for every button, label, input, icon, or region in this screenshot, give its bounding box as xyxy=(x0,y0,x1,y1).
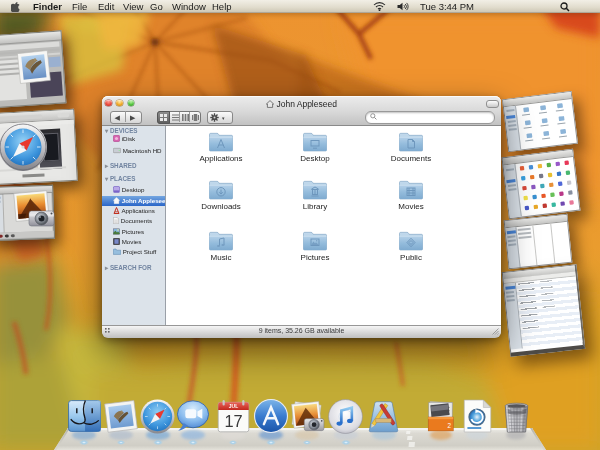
svg-text:Downloads: Downloads xyxy=(201,202,241,211)
svg-text:Music: Music xyxy=(211,253,232,262)
svg-text:Documents: Documents xyxy=(391,154,431,163)
svg-text:Applications: Applications xyxy=(199,154,242,163)
svg-text:2: 2 xyxy=(447,422,451,429)
svg-text:JUL: JUL xyxy=(229,404,238,409)
svg-text:Pictures: Pictures xyxy=(301,253,330,262)
svg-text:Library: Library xyxy=(303,202,327,211)
svg-text:17: 17 xyxy=(224,412,242,430)
svg-text:Movies: Movies xyxy=(398,202,423,211)
svg-text:Desktop: Desktop xyxy=(300,154,330,163)
svg-text:Public: Public xyxy=(400,253,422,262)
